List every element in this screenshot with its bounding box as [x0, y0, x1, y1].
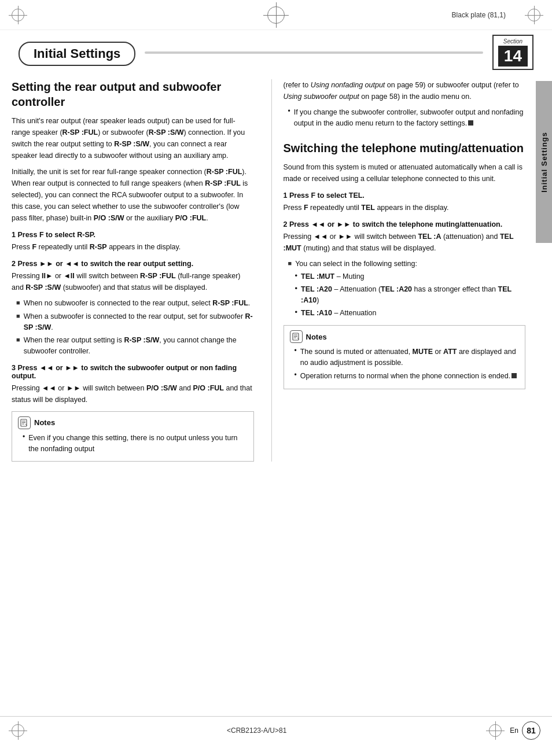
notes-header-left: Notes: [18, 416, 248, 429]
sidebar-label: Initial Settings: [536, 81, 552, 243]
step2-text-e: will switch between: [75, 272, 140, 280]
main-content: Setting the rear output and subwoofer co…: [0, 79, 552, 462]
footer-right: En 81: [489, 721, 540, 740]
sub-bullet-dot-3: •: [295, 308, 298, 319]
sub-intro-item: ■ You can select in the following settin…: [284, 259, 526, 270]
intro-text-2a: Initially, the unit is set for rear full…: [12, 168, 207, 176]
notes-bullet-right-2: •: [295, 371, 297, 382]
sub-bullet-dot-1: •: [295, 271, 298, 282]
sq-bullet-sym-3: ■: [16, 336, 20, 357]
sq-bullet-3: ■ When the rear output setting is R-SP :…: [12, 335, 254, 357]
sq-bullet-1: ■ When no subwoofer is connected to the …: [12, 298, 254, 309]
step2-rspful: R-SP :FUL: [140, 272, 176, 280]
step2-para: Pressing II► or ◄II will switch between …: [12, 270, 254, 293]
rsp-ful-3: R-SP :FUL: [205, 179, 241, 187]
r-step2-tela: TEL :A: [418, 233, 441, 241]
step3-text-c: or: [56, 384, 67, 392]
sq-bullet-2: ■ When a subwoofer is connected to the r…: [12, 311, 254, 333]
footer-right-crosshair: [489, 724, 502, 737]
r-step2-b: ◄◄: [314, 233, 328, 241]
step2-rev: ◄II: [64, 272, 75, 280]
section2-title: Switching the telephone muting/attenuati…: [284, 141, 526, 156]
sq-bullet-sym-1: ■: [16, 299, 20, 309]
notes-icon-left: [18, 416, 31, 429]
page-header: Initial Settings Section 14: [9, 35, 543, 70]
intro-text-2d: or the auxiliary: [124, 214, 175, 222]
sq-bullet-sym-2: ■: [16, 312, 20, 333]
right-step1-heading: 1 Press F to select TEL.: [284, 191, 526, 200]
step2-rspsw: R-SP :S/W: [25, 283, 61, 292]
cont-text-c: on page 58) in the audio menu on.: [359, 93, 472, 101]
page-title: Initial Settings: [19, 42, 135, 66]
top-nav-area: Black plate (81,1): [0, 0, 552, 30]
step3-text-e: will switch between: [81, 384, 146, 392]
rsp-ful-2: R-SP :FUL: [207, 168, 242, 176]
sub-bullet-dot-2: •: [295, 284, 298, 306]
left-section-title: Setting the rear output and subwoofer co…: [12, 79, 254, 109]
r-step2-d: ►►: [338, 233, 352, 241]
step1-f: F: [32, 243, 36, 251]
page-footer: <CRB2123-A/U>81 En 81: [0, 716, 552, 744]
right-step2-para: Pressing ◄◄ or ►► will switch between TE…: [284, 231, 526, 254]
r-step2-g: (muting) and that status will be display…: [301, 244, 436, 252]
right-note-1: • If you change the subwoofer controller…: [284, 107, 526, 129]
right-note-bullet: •: [288, 107, 290, 129]
right-note-text-1: If you change the subwoofer controller, …: [294, 107, 525, 129]
nav-crosshair-icon: [267, 6, 285, 24]
footer-center-text: <CRB2123-A/U>81: [227, 727, 286, 735]
intro-text-1b: ) or subwoofer (: [98, 128, 149, 137]
step3-fwd: ►►: [67, 384, 81, 392]
notes-text-right-2: Operation returns to normal when the pho…: [300, 371, 517, 382]
sub-text-1: TEL :MUT – Muting: [301, 271, 365, 282]
right-step1-para: Press F repeatedly until TEL appears in …: [284, 202, 526, 213]
step1-text-a: Press: [12, 243, 32, 251]
right-continuation: (refer to Using nonfading output on page…: [284, 79, 526, 102]
step1-rsp: R-SP: [90, 243, 107, 251]
section-box: Section 14: [492, 35, 533, 70]
cont-italic-2: Using subwoofer output: [284, 93, 359, 101]
po-sw-1: P/O :S/W: [94, 214, 124, 222]
step1-heading: 1 Press F to select R-SP.: [12, 231, 254, 239]
cont-italic: Using nonfading output: [311, 81, 385, 89]
end-square-1: [468, 120, 473, 126]
footer-en-label: En: [510, 727, 518, 735]
sq-bullet-text-2: When a subwoofer is connected to the rea…: [24, 311, 254, 333]
right-step2-heading: 2 Press ◄◄ or ►► to switch the telephone…: [284, 220, 526, 228]
end-square-2: [511, 373, 517, 378]
step3-rev: ◄◄: [42, 384, 56, 392]
r-step1-f: F: [304, 204, 308, 212]
section-number: 14: [498, 46, 528, 67]
step1-para: Press F repeatedly until R-SP appears in…: [12, 241, 254, 253]
step2-text-c: or: [53, 272, 63, 280]
step3-heading: 3 Press ◄◄ or ►► to switch the subwoofer…: [12, 364, 254, 380]
r-step1-tel: TEL: [361, 204, 375, 212]
step3-poful: P/O :FUL: [193, 384, 224, 392]
section-label: Section: [503, 38, 522, 45]
rsp-ful-1: R-SP :FUL: [62, 128, 98, 137]
step1-text-c: repeatedly until: [36, 243, 90, 251]
sq-bullet-text-1: When no subwoofer is connected to the re…: [24, 298, 251, 309]
step2-heading: 2 Press ►► or ◄◄ to switch the rear outp…: [12, 260, 254, 268]
rsp-sw-2: R-SP :S/W: [114, 140, 149, 148]
step3-text-a: Pressing: [12, 384, 42, 392]
right-column: (refer to Using nonfading output on page…: [278, 79, 526, 462]
footer-left-crosshair: [12, 724, 24, 737]
sub-item-2: • TEL :A20 – Attenuation (TEL :A20 has a…: [284, 284, 526, 306]
notes-bullet-right-1: •: [295, 346, 297, 368]
notes-text-left-1: Even if you change this setting, there i…: [28, 433, 247, 455]
sub-intro-sym: ■: [288, 260, 292, 270]
sub-text-3: TEL :A10 – Attenuation: [301, 308, 376, 319]
step2-text-g: (subwoofer) and that status will be disp…: [61, 283, 207, 292]
sq-bullet-text-3: When the rear output setting is R-SP :S/…: [24, 335, 254, 357]
intro-para-2: Initially, the unit is set for rear full…: [12, 166, 254, 224]
top-crosshair: [267, 6, 285, 24]
r-step1-c: repeatedly until: [308, 204, 362, 212]
sidebar-label-text: Initial Settings: [540, 132, 549, 193]
header-center-decoration: [145, 51, 483, 54]
left-column: Setting the rear output and subwoofer co…: [12, 79, 266, 462]
cont-text-b: on page 59) or subwoofer output (refer t…: [385, 81, 518, 89]
section2-intro: Sound from this system is muted or atten…: [284, 161, 526, 185]
notes-title-right: Notes: [306, 333, 327, 341]
notes-box-right: Notes • The sound is muted or attenuated…: [284, 325, 526, 389]
footer-page-number: 81: [522, 721, 540, 740]
